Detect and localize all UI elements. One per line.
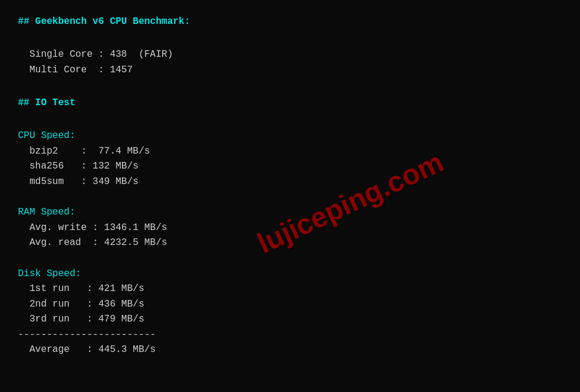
- avg-write-label: Avg. write: [29, 222, 87, 233]
- sha256-value: 132 MB/s: [93, 161, 139, 172]
- run2-line: 2nd run : 436 MB/s: [18, 297, 562, 313]
- average-line: Average : 445.3 MB/s: [18, 342, 562, 358]
- single-core-value: 438: [110, 49, 127, 60]
- run1-value: 421 MB/s: [98, 283, 144, 294]
- run3-line: 3rd run : 479 MB/s: [18, 312, 562, 327]
- single-core-label: Single Core: [29, 49, 93, 60]
- ram-speed-heading: RAM Speed:: [18, 205, 562, 220]
- bzip2-label: bzip2: [29, 146, 58, 157]
- run2-value: 436 MB/s: [98, 299, 144, 310]
- run1-label: 1st run: [29, 283, 69, 294]
- divider-line: ------------------------: [18, 327, 562, 343]
- geekbench-heading: ## Geekbench v6 CPU Benchmark:: [18, 14, 562, 30]
- avg-write-line: Avg. write : 1346.1 MB/s: [18, 220, 562, 236]
- bzip2-value: 77.4 MB/s: [98, 146, 149, 157]
- multi-core-line: Multi Core : 1457: [18, 63, 562, 78]
- run3-value: 479 MB/s: [98, 314, 144, 324]
- average-label: Average: [29, 344, 69, 355]
- avg-read-line: Avg. read : 4232.5 MB/s: [18, 235, 562, 251]
- cpu-speed-heading: CPU Speed:: [18, 128, 562, 144]
- io-heading: ## IO Test: [18, 96, 562, 111]
- sha256-label: sha256: [29, 161, 64, 172]
- single-core-line: Single Core : 438 (FAIR): [18, 47, 562, 63]
- multi-core-label: Multi Core: [29, 65, 87, 75]
- avg-read-label: Avg. read: [29, 237, 81, 248]
- disk-speed-heading: Disk Speed:: [18, 267, 562, 282]
- md5sum-line: md5sum : 349 MB/s: [18, 174, 562, 190]
- md5sum-label: md5sum: [29, 176, 64, 187]
- multi-core-value: 1457: [110, 65, 133, 75]
- run3-label: 3rd run: [29, 314, 69, 324]
- run2-label: 2nd run: [29, 299, 69, 310]
- avg-read-value: 4232.5 MB/s: [104, 237, 167, 248]
- average-value: 445.3 MB/s: [98, 344, 155, 355]
- sha256-line: sha256 : 132 MB/s: [18, 159, 562, 174]
- avg-write-value: 1346.1 MB/s: [104, 222, 167, 233]
- run1-line: 1st run : 421 MB/s: [18, 281, 562, 297]
- bzip2-line: bzip2 : 77.4 MB/s: [18, 144, 562, 160]
- terminal-output: ## Geekbench v6 CPU Benchmark: Single Co…: [0, 0, 580, 370]
- single-core-rating: (FAIR): [139, 49, 173, 60]
- md5sum-value: 349 MB/s: [93, 176, 139, 187]
